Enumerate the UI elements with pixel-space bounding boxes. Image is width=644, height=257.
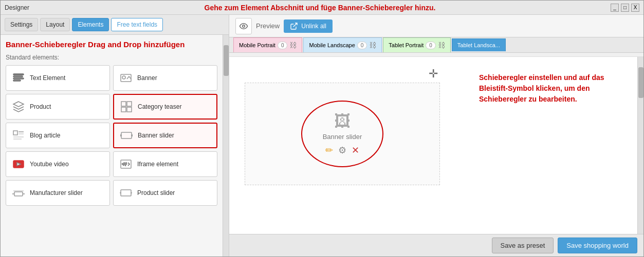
svg-rect-2: [13, 78, 24, 79]
tab-settings[interactable]: Settings: [5, 18, 38, 31]
tablet-portrait-label: Tablet Portrait: [389, 42, 424, 48]
mobile-portrait-count: 0: [278, 42, 288, 49]
banner-slider-icon: [119, 128, 134, 143]
left-panel: Settings Layout Elements Free text field…: [1, 15, 229, 256]
elements-scroll: Banner-Schieberegler Drag and Drop hinzu…: [1, 35, 223, 256]
canvas-scrollbar-thumb[interactable]: [638, 67, 643, 98]
instruction-text: Gehe zum Element Abschnitt und füge Bann…: [29, 4, 611, 12]
maximize-button[interactable]: □: [621, 4, 629, 12]
banner-slider-element-label: Banner slider: [138, 132, 174, 139]
text-element-icon: [11, 71, 26, 85]
svg-rect-6: [121, 102, 126, 106]
svg-rect-9: [127, 107, 132, 112]
element-manufacturer-slider[interactable]: Manufacturer slider: [6, 180, 110, 206]
tab-mobile-landscape[interactable]: Mobile Landscape 0 ⛓: [303, 37, 382, 52]
tab-layout[interactable]: Layout: [40, 18, 70, 31]
blog-article-icon: [11, 128, 26, 143]
element-youtube[interactable]: Youtube video: [6, 151, 110, 177]
youtube-label: Youtube video: [30, 161, 69, 168]
svg-rect-10: [13, 131, 17, 135]
banner-slider-highlight: 🖼 Banner slider ✏ ⚙ ✕: [301, 101, 384, 167]
element-category-teaser[interactable]: Category teaser: [113, 94, 217, 120]
edit-pencil-icon[interactable]: ✏: [325, 145, 333, 156]
element-product-slider[interactable]: Product slider: [113, 180, 217, 206]
element-iframe[interactable]: </> Iframe element: [113, 151, 217, 177]
delete-cross-icon[interactable]: ✕: [352, 145, 359, 156]
save-shopping-world-button[interactable]: Save shopping world: [558, 238, 637, 253]
tab-elements[interactable]: Elements: [72, 18, 109, 31]
svg-rect-1: [13, 76, 23, 77]
widget-actions: ✏ ⚙ ✕: [325, 145, 359, 156]
widget-image-icon: 🖼: [334, 112, 351, 131]
drop-zone[interactable]: 🖼 Banner slider ✏ ⚙ ✕: [245, 83, 440, 185]
app-name: Designer: [5, 4, 29, 11]
viewport-tabs: Mobile Portrait 0 ⛓ Mobile Landscape 0 ⛓…: [229, 37, 643, 53]
right-panel: Preview Unlink all Mobile Portrait 0 ⛓: [229, 15, 643, 256]
svg-rect-27: [121, 190, 131, 196]
blog-article-label: Blog article: [30, 132, 60, 139]
svg-point-5: [122, 76, 125, 79]
iframe-icon: </>: [119, 157, 133, 171]
banner-label: Banner: [137, 74, 157, 82]
svg-point-30: [243, 25, 245, 27]
minimize-button[interactable]: _: [611, 4, 619, 12]
svg-text:</>: </>: [122, 162, 127, 166]
close-button[interactable]: X: [631, 4, 639, 12]
tab-tablet-portrait[interactable]: Tablet Portrait 0 ⛓: [383, 37, 450, 52]
category-teaser-label: Category teaser: [138, 103, 181, 110]
youtube-icon: [11, 157, 26, 171]
right-toolbar: Preview Unlink all: [229, 15, 643, 37]
canvas-annotation: Schieberegler einstellen und auf das Ble…: [479, 72, 633, 105]
main-window: Designer Gehe zum Element Abschnitt und …: [0, 0, 644, 257]
left-panel-scrollbar[interactable]: [223, 35, 229, 256]
elements-grid: Text Element: [6, 65, 217, 206]
tablet-portrait-count: 0: [426, 42, 436, 49]
save-as-preset-button[interactable]: Save as preset: [492, 238, 554, 253]
svg-rect-3: [13, 80, 21, 81]
left-panel-tabs: Settings Layout Elements Free text field…: [1, 15, 229, 35]
product-slider-icon: [119, 186, 133, 200]
svg-line-31: [293, 23, 297, 27]
window-controls: _ □ X: [611, 4, 639, 12]
unlink-all-button[interactable]: Unlink all: [284, 19, 333, 33]
manufacturer-slider-icon: [11, 186, 26, 200]
mobile-landscape-link-icon: ⛓: [369, 41, 376, 49]
tab-tablet-landscape[interactable]: Tablet Landsca...: [452, 38, 506, 51]
svg-rect-24: [14, 192, 23, 196]
element-product[interactable]: Product: [6, 94, 110, 120]
element-text-element[interactable]: Text Element: [6, 65, 110, 91]
svg-rect-15: [121, 132, 132, 139]
tablet-portrait-link-icon: ⛓: [438, 41, 445, 49]
view-toggle-button[interactable]: [235, 18, 252, 34]
element-banner-slider[interactable]: Banner slider: [113, 123, 217, 148]
settings-gear-icon[interactable]: ⚙: [338, 145, 346, 156]
preview-label: Preview: [256, 22, 280, 30]
svg-rect-7: [127, 102, 132, 106]
element-banner[interactable]: Banner: [113, 65, 217, 91]
element-blog-article[interactable]: Blog article: [6, 123, 110, 148]
category-teaser-icon: [119, 100, 134, 114]
svg-rect-8: [121, 107, 126, 112]
mobile-portrait-link-icon: ⛓: [289, 41, 297, 49]
canvas-scrollbar[interactable]: [637, 57, 643, 234]
product-slider-label: Product slider: [137, 189, 175, 196]
canvas-area: ✛ 🖼 Banner slider ✏ ⚙: [229, 53, 643, 234]
manufacturer-slider-label: Manufacturer slider: [30, 189, 83, 196]
unlink-all-label: Unlink all: [301, 23, 326, 30]
scrollbar-thumb[interactable]: [224, 45, 229, 76]
mobile-landscape-label: Mobile Landscape: [309, 42, 355, 48]
product-label: Product: [30, 103, 51, 110]
mobile-landscape-count: 0: [357, 42, 367, 49]
product-icon: [11, 100, 26, 114]
mobile-portrait-label: Mobile Portrait: [239, 42, 275, 48]
tab-mobile-portrait[interactable]: Mobile Portrait 0 ⛓: [233, 37, 302, 52]
drag-drop-annotation: Banner-Schieberegler Drag and Drop hinzu…: [6, 40, 217, 49]
tab-free-text[interactable]: Free text fields: [111, 18, 163, 31]
text-element-label: Text Element: [30, 74, 65, 82]
bottom-bar: Save as preset Save shopping world: [229, 234, 643, 256]
banner-icon: [119, 71, 133, 85]
svg-rect-0: [13, 74, 24, 75]
elements-content: Banner-Schieberegler Drag and Drop hinzu…: [1, 35, 223, 211]
title-bar: Designer Gehe zum Element Abschnitt und …: [1, 1, 643, 15]
main-area: Settings Layout Elements Free text field…: [1, 15, 643, 256]
